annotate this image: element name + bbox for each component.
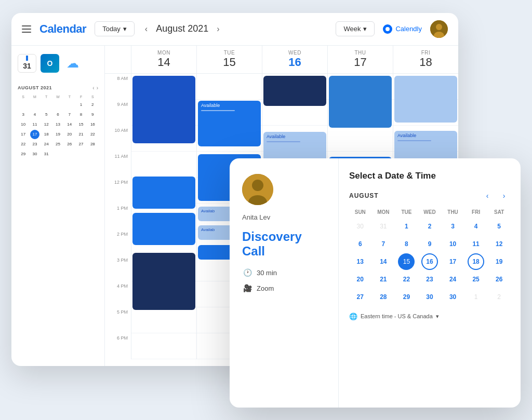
globe-icon: 🌐: [349, 313, 357, 320]
event-block[interactable]: [132, 76, 195, 143]
picker-day[interactable]: 9: [421, 236, 438, 252]
mini-calendar: AUGUST 2021 ‹ › S M T W T F S: [18, 85, 98, 159]
day-header-thu: THU 17: [327, 46, 393, 73]
duration-detail: 🕐 30 min: [242, 267, 326, 278]
day-header-tue: TUE 15: [196, 46, 262, 73]
event-block[interactable]: [394, 76, 457, 123]
event-block[interactable]: [132, 213, 195, 245]
today-button[interactable]: Today ▾: [95, 21, 135, 36]
mon-column: [131, 74, 196, 359]
host-avatar: [242, 174, 273, 205]
picker-day[interactable]: 7: [375, 236, 392, 252]
calendly-popup: Anita Lev Discovery Call 🕐 30 min 🎥 Zoom…: [230, 158, 521, 408]
picker-day[interactable]: 27: [352, 289, 368, 305]
picker-day: 1: [468, 289, 484, 305]
event-block[interactable]: [263, 76, 326, 106]
picker-day[interactable]: 2: [421, 218, 438, 235]
picker-day[interactable]: 8: [398, 236, 415, 252]
icloud-icon[interactable]: ☁: [63, 54, 82, 73]
event-block[interactable]: Available: [198, 101, 261, 146]
picker-day[interactable]: 10: [445, 236, 461, 252]
day-headers-row: MON 14 TUE 15 WED 16 THU 17: [105, 46, 458, 74]
month-nav-arrows: ‹ ›: [481, 189, 510, 202]
day-header-fri: FRI 18: [393, 46, 458, 73]
picker-day[interactable]: 3: [445, 218, 461, 235]
picker-day[interactable]: 12: [491, 236, 508, 252]
integration-icons: 31 O ☁: [18, 52, 98, 75]
menu-button[interactable]: [22, 25, 31, 33]
picker-day-selected-outline-2[interactable]: 18: [468, 253, 484, 270]
time-labels-column: 8 AM 9 AM 10 AM 11 AM 12 PM 1 PM 2 PM 3 …: [105, 74, 131, 366]
picker-day[interactable]: 5: [491, 218, 508, 235]
timezone-row[interactable]: 🌐 Eastern time - US & Canada ▾: [349, 313, 510, 320]
prev-month-button[interactable]: ‹: [143, 22, 150, 36]
picker-day[interactable]: 13: [352, 253, 368, 270]
picker-day[interactable]: 22: [398, 271, 415, 288]
svg-point-0: [385, 27, 390, 31]
timezone-arrow: ▾: [436, 313, 439, 320]
prev-month-arrow[interactable]: ‹: [481, 189, 494, 202]
picker-day[interactable]: 23: [421, 271, 438, 288]
picker-day-selected-outline[interactable]: 16: [421, 253, 438, 270]
event-title: Discovery Call: [242, 229, 326, 260]
mini-prev-button[interactable]: ‹: [92, 85, 94, 91]
event-label: Available: [201, 103, 258, 108]
picker-day[interactable]: 19: [491, 253, 508, 270]
popup-left-panel: Anita Lev Discovery Call 🕐 30 min 🎥 Zoom: [230, 158, 339, 408]
day-header-mon: MON 14: [131, 46, 196, 73]
picker-day[interactable]: 29: [398, 289, 415, 305]
date-picker-grid: SUN MON TUE WED THU FRI SAT 30 31 1 2 3 …: [349, 207, 510, 305]
picker-day[interactable]: 30: [445, 289, 461, 305]
picker-day[interactable]: 20: [352, 271, 368, 288]
svg-point-5: [252, 180, 263, 191]
picker-day[interactable]: 1: [398, 218, 415, 235]
picker-day: 31: [375, 218, 392, 235]
mini-cal-nav: ‹ ›: [92, 85, 98, 91]
app-logo: Calendar: [39, 22, 86, 36]
picker-day[interactable]: 21: [375, 271, 392, 288]
svg-point-2: [436, 24, 442, 30]
picker-day-selected[interactable]: 15: [398, 253, 415, 270]
picker-day[interactable]: 25: [468, 271, 484, 288]
mini-next-button[interactable]: ›: [97, 85, 98, 91]
event-sublabel: [201, 110, 235, 111]
picker-day[interactable]: 26: [491, 271, 508, 288]
next-month-arrow[interactable]: ›: [498, 189, 510, 202]
picker-day[interactable]: 24: [445, 271, 461, 288]
video-icon: 🎥: [242, 283, 252, 293]
day-header-wed: WED 16: [262, 46, 327, 73]
picker-day[interactable]: 4: [468, 218, 484, 235]
picker-day: 2: [491, 289, 508, 305]
calendly-badge: Calendly: [383, 24, 422, 34]
calendar-sidebar: 31 O ☁ AUGUST 2021 ‹ ›: [11, 46, 105, 366]
calendly-dot: [383, 24, 392, 34]
picker-day[interactable]: 30: [421, 289, 438, 305]
user-avatar[interactable]: [430, 20, 448, 38]
picker-day: 30: [352, 218, 368, 235]
week-view-button[interactable]: Week ▾: [336, 21, 375, 36]
date-picker-title: Select a Date & Time: [349, 171, 510, 181]
popup-right-panel: Select a Date & Time AUGUST ‹ › SUN MON …: [339, 158, 521, 408]
picker-day[interactable]: 6: [352, 236, 368, 252]
mini-today[interactable]: 17: [30, 130, 39, 139]
picker-day[interactable]: 17: [445, 253, 461, 270]
timezone-label: Eastern time - US & Canada: [361, 313, 433, 319]
next-month-button[interactable]: ›: [215, 22, 221, 36]
picker-day[interactable]: 11: [468, 236, 484, 252]
google-calendar-icon[interactable]: 31: [18, 54, 36, 73]
event-block[interactable]: [329, 76, 392, 128]
event-details: 🕐 30 min 🎥 Zoom: [242, 267, 326, 293]
event-block[interactable]: [132, 253, 195, 310]
event-label: Available: [397, 133, 454, 138]
picker-day[interactable]: 28: [375, 289, 392, 305]
platform-detail: 🎥 Zoom: [242, 283, 326, 293]
mini-calendar-grid: S M T W T F S 1 2 3: [18, 94, 98, 159]
picker-day[interactable]: 14: [375, 253, 392, 270]
host-name: Anita Lev: [242, 213, 326, 221]
scene: Calendar Today ▾ ‹ August 2021 › Week ▾ …: [11, 13, 521, 408]
month-label: AUGUST: [349, 192, 379, 199]
current-month-label: August 2021: [156, 23, 208, 34]
month-navigation: ‹ August 2021 ›: [143, 22, 222, 36]
event-block[interactable]: [132, 177, 195, 209]
outlook-icon[interactable]: O: [41, 54, 59, 73]
